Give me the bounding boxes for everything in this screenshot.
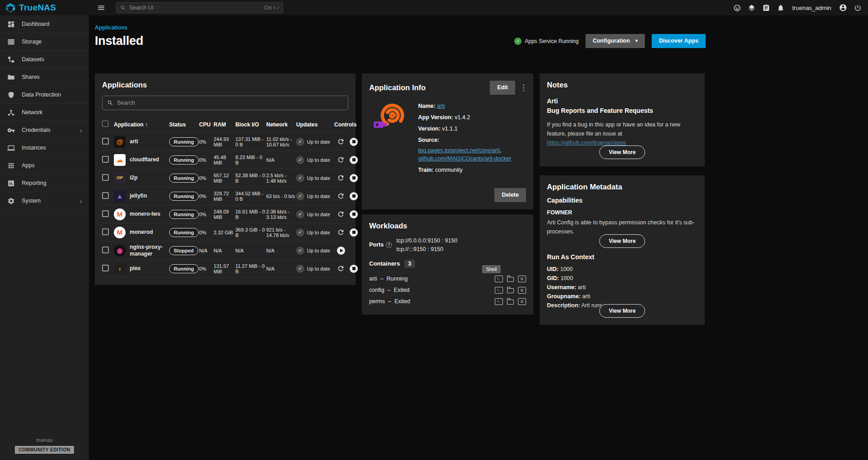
up-to-date-icon xyxy=(296,228,304,237)
ram-cell: 131.57 MiB xyxy=(214,263,234,274)
ram-cell: 45.48 MiB xyxy=(214,155,234,165)
stop-button[interactable] xyxy=(350,265,358,273)
sidebar-item-dashboard[interactable]: Dashboard xyxy=(0,15,89,33)
restart-button[interactable] xyxy=(337,192,345,200)
discover-apps-button[interactable]: Discover Apps xyxy=(652,34,706,48)
app-row-plex[interactable]: › plex Running 0% 131.57 MiB 11.27 MiB -… xyxy=(102,260,348,278)
sidebar-item-apps[interactable]: Apps xyxy=(0,157,89,174)
issues-link[interactable]: https://github.com/truenas/apps xyxy=(547,140,626,146)
app-icon: ▲ xyxy=(114,190,126,202)
ports-help-icon[interactable] xyxy=(386,242,392,248)
status-badge: Running xyxy=(169,137,199,146)
restart-button[interactable] xyxy=(337,156,345,164)
sidebar-item-storage[interactable]: Storage xyxy=(0,33,89,51)
truenas-logo[interactable]: TrueNAS xyxy=(0,3,89,13)
row-checkbox[interactable] xyxy=(102,156,109,163)
apps-search-input[interactable] xyxy=(117,100,343,106)
sidebar-item-instances[interactable]: Instances xyxy=(0,139,89,157)
row-checkbox[interactable] xyxy=(102,174,109,181)
chevron-right-icon xyxy=(80,198,82,204)
notes-panel: Notes Arti Bug Reports and Feature Reque… xyxy=(540,73,705,166)
row-checkbox[interactable] xyxy=(102,265,109,271)
app-row-jellyfin[interactable]: ▲ jellyfin Running 0% 328.72 MiB 344.52 … xyxy=(102,187,348,205)
app-row-i2p[interactable]: I2P i2p Running 0% 657.12 MiB 52.38 MiB … xyxy=(102,169,348,187)
source-link[interactable]: tpo.pages.torproject.net/core/arti xyxy=(418,147,500,154)
restart-button[interactable] xyxy=(337,210,345,218)
jobs-layers-icon[interactable] xyxy=(748,4,756,12)
notifications-bell-icon[interactable] xyxy=(777,4,785,12)
row-checkbox[interactable] xyxy=(102,247,109,253)
sidebar-item-datasets[interactable]: Datasets xyxy=(0,51,89,68)
stop-button[interactable] xyxy=(350,228,358,237)
network-cell: 11.02 kb/s - 10.67 kb/s xyxy=(266,136,295,147)
power-icon[interactable] xyxy=(854,4,862,12)
app-name-link[interactable]: arti xyxy=(437,103,445,109)
feedback-smiley-icon[interactable] xyxy=(733,4,741,12)
restart-button[interactable] xyxy=(337,265,345,272)
folder-icon[interactable] xyxy=(507,300,514,305)
shell-icon[interactable] xyxy=(495,287,503,294)
delete-button[interactable]: Delete xyxy=(494,188,526,202)
app-row-monero-lws[interactable]: M monero-lws Running 0% 248.09 MiB 16.61… xyxy=(102,205,348,223)
restart-button[interactable] xyxy=(337,228,345,236)
app-row-arti[interactable]: @ arti Running 0% 244.93 MiB 137.31 MiB … xyxy=(102,133,348,151)
app-row-monerod[interactable]: M monerod Running 0% 2.32 GiB 369.3 GiB … xyxy=(102,223,348,242)
logs-icon[interactable] xyxy=(518,298,526,305)
row-checkbox[interactable] xyxy=(102,228,109,235)
controls-cell xyxy=(334,265,358,273)
logs-icon[interactable] xyxy=(518,287,526,294)
sidebar-item-reporting[interactable]: Reporting xyxy=(0,174,89,192)
sidebar-item-shares[interactable]: Shares xyxy=(0,68,89,86)
sort-by-application[interactable]: Application ↑ xyxy=(114,121,168,128)
app-row-cloudflared[interactable]: ☁ cloudflared Running 0% 45.48 MiB 8.23 … xyxy=(102,151,348,169)
stop-button[interactable] xyxy=(350,192,358,200)
stop-button[interactable] xyxy=(350,210,358,218)
menu-toggle-icon[interactable] xyxy=(93,4,109,12)
view-more-button[interactable]: View More xyxy=(599,304,645,318)
edit-button[interactable]: Edit xyxy=(490,81,515,95)
logs-icon[interactable] xyxy=(518,276,526,282)
shell-tooltip: Shell xyxy=(482,265,501,273)
folder-icon[interactable] xyxy=(507,288,514,293)
row-checkbox[interactable] xyxy=(102,210,109,217)
status-badge: Running xyxy=(169,174,199,183)
view-more-button[interactable]: View More xyxy=(599,234,645,248)
container-state: Exited xyxy=(395,298,410,305)
stop-button[interactable] xyxy=(350,156,358,164)
app-icon: M xyxy=(114,208,126,220)
stop-button[interactable] xyxy=(350,174,358,182)
breadcrumb[interactable]: Applications xyxy=(95,24,706,31)
sidebar-item-network[interactable]: Network xyxy=(0,104,89,121)
shell-icon[interactable] xyxy=(495,276,503,282)
apps-search[interactable] xyxy=(102,96,348,110)
start-button[interactable] xyxy=(337,247,345,255)
controls-cell xyxy=(334,156,358,164)
controls-cell xyxy=(334,174,358,182)
kebab-menu-icon[interactable] xyxy=(520,83,526,92)
stop-button[interactable] xyxy=(350,138,358,146)
sidebar-item-system[interactable]: System xyxy=(0,192,89,210)
cpu-cell: 0% xyxy=(199,157,213,163)
global-search-input[interactable] xyxy=(129,5,261,11)
sidebar-item-credentials[interactable]: Credentials xyxy=(0,121,89,139)
app-row-nginx-proxy-manager[interactable]: ◉ nginx-proxy-manager Stopped N/A N/A N/… xyxy=(102,242,348,260)
user-avatar-icon[interactable] xyxy=(839,4,847,12)
credentials-icon xyxy=(7,126,15,134)
sidebar-item-label: Storage xyxy=(22,39,42,45)
sidebar-item-label: Data Protection xyxy=(22,92,61,98)
source-link[interactable]: github.com/MAGICGrants/arti-docker xyxy=(418,155,512,162)
checklist-clipboard-icon[interactable] xyxy=(762,4,770,12)
global-search[interactable]: Ctrl + / xyxy=(116,2,283,13)
sidebar-item-data-protection[interactable]: Data Protection xyxy=(0,86,89,104)
shell-icon[interactable] xyxy=(495,298,503,305)
row-checkbox[interactable] xyxy=(102,138,109,145)
ram-cell: 244.93 MiB xyxy=(214,136,234,147)
restart-button[interactable] xyxy=(337,174,345,182)
row-checkbox[interactable] xyxy=(102,192,109,199)
folder-icon[interactable] xyxy=(507,277,514,282)
configuration-button[interactable]: Configuration xyxy=(585,34,645,48)
select-all-checkbox[interactable] xyxy=(102,121,108,127)
restart-button[interactable] xyxy=(337,138,345,145)
view-more-button[interactable]: View More xyxy=(599,145,645,159)
controls-cell xyxy=(334,192,358,200)
